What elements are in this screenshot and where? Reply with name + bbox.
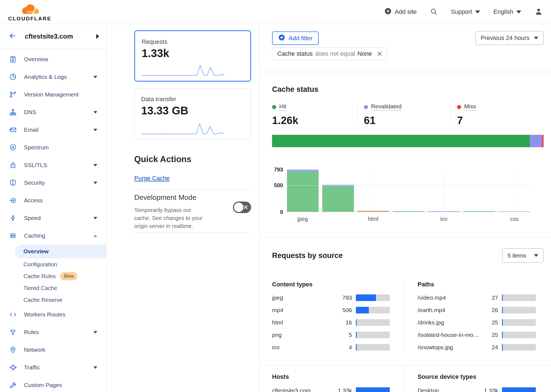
development-mode-section: Development Mode Temporarily bypass our … bbox=[134, 193, 251, 230]
row-label: ico bbox=[272, 344, 349, 351]
add-filter-label: Add filter bbox=[289, 35, 313, 42]
sidebar-item-network[interactable]: Network bbox=[0, 341, 106, 359]
search-button[interactable] bbox=[430, 8, 438, 16]
revalidated-dot-icon bbox=[364, 105, 368, 109]
sidebar-item-dns[interactable]: DNS bbox=[0, 103, 106, 121]
site-header: cftestsite3.com bbox=[0, 24, 106, 49]
sidebar-item-spectrum[interactable]: Spectrum bbox=[0, 139, 106, 156]
sidebar-item-label: Security bbox=[24, 179, 86, 186]
development-mode-title: Development Mode bbox=[134, 193, 208, 202]
requests-by-source-card: Requests by source 5 items Content types… bbox=[259, 237, 551, 392]
purge-cache-link[interactable]: Purge Cache bbox=[134, 175, 170, 182]
sidebar-item-label: Spectrum bbox=[24, 144, 97, 151]
legend-label[interactable]: Revalidated bbox=[371, 103, 402, 111]
section-gap bbox=[259, 70, 551, 74]
sidebar-subitem-overview[interactable]: Overview bbox=[15, 245, 106, 258]
chevron-down-icon bbox=[534, 37, 538, 39]
time-range-dropdown[interactable]: Previous 24 hours bbox=[475, 31, 544, 45]
row-label: png bbox=[272, 332, 349, 338]
row-bar bbox=[356, 387, 390, 392]
analytics-panel: Add filter Cache status does not equal N… bbox=[259, 24, 551, 392]
items-count-dropdown[interactable]: 5 items bbox=[502, 248, 544, 263]
sidebar-subitem-configuration[interactable]: Configuration bbox=[0, 258, 106, 270]
row-bar bbox=[356, 344, 390, 351]
sidebar-item-access[interactable]: Access bbox=[0, 192, 106, 209]
table-row: /drinks.jpg 25 bbox=[418, 316, 536, 329]
legend-value: 7 bbox=[457, 115, 544, 127]
sidebar-item-overview[interactable]: Overview bbox=[0, 50, 106, 68]
time-range-label: Previous 24 hours bbox=[481, 34, 530, 42]
sidebar: cftestsite3.com Overview Analytics & Log… bbox=[0, 24, 107, 392]
chevron-right-icon[interactable] bbox=[96, 34, 99, 39]
miss-dot-icon bbox=[457, 105, 461, 109]
sidebar-item-email[interactable]: Email bbox=[0, 121, 106, 139]
x-tick-html: html bbox=[368, 216, 378, 222]
close-icon[interactable] bbox=[377, 51, 383, 57]
row-value: 25 bbox=[492, 332, 498, 338]
device-types-table: Source device types Desktop 1.33k bbox=[404, 365, 551, 392]
legend-label[interactable]: Hit bbox=[279, 103, 286, 111]
metric-value: 1.33k bbox=[142, 47, 244, 60]
wrench-icon bbox=[9, 381, 17, 389]
row-value: 26 bbox=[492, 307, 498, 313]
gridline-500 bbox=[287, 185, 530, 186]
requests-metric-card[interactable]: Requests 1.33k bbox=[134, 30, 251, 82]
y-tick-500: 500 bbox=[274, 182, 283, 189]
sidebar-item-analytics-logs[interactable]: Analytics & Logs bbox=[0, 68, 106, 86]
content-type-chart: 793 500 0 bbox=[272, 170, 544, 212]
x-tick-ico: ico bbox=[440, 216, 447, 222]
revalidated-segment bbox=[530, 135, 542, 147]
sidebar-subitem-cache-rules[interactable]: Cache Rules Beta bbox=[0, 270, 106, 282]
chevron-up-icon bbox=[93, 235, 97, 237]
sidebar-item-caching[interactable]: Caching bbox=[0, 227, 106, 245]
content-type-chart-plot bbox=[287, 170, 530, 212]
summary-column: Requests 1.33k Data transfer 13.33 GB Qu… bbox=[107, 24, 259, 392]
language-menu[interactable]: English bbox=[493, 8, 521, 15]
table-title: Paths bbox=[418, 281, 536, 288]
filter-value: None bbox=[358, 50, 372, 57]
funnel-icon bbox=[9, 328, 17, 336]
back-arrow-icon[interactable] bbox=[8, 31, 17, 41]
sidebar-subitem-cache-reserve[interactable]: Cache Reserve bbox=[0, 294, 106, 306]
legend-value: 61 bbox=[364, 115, 450, 127]
account-menu[interactable] bbox=[534, 7, 543, 17]
sidebar-subitem-label: Configuration bbox=[23, 261, 57, 268]
cloudflare-logo[interactable]: CLOUDFLARE bbox=[7, 2, 53, 22]
navbar-actions: Add site Support English bbox=[384, 7, 543, 17]
divider bbox=[134, 232, 251, 233]
sidebar-item-rules[interactable]: Rules bbox=[0, 323, 106, 341]
chart-bar-jpeg bbox=[287, 170, 319, 212]
row-label: jpeg bbox=[272, 294, 342, 301]
cache-status-distribution-bar bbox=[272, 135, 544, 147]
main-layout: cftestsite3.com Overview Analytics & Log… bbox=[0, 24, 551, 392]
legend-label[interactable]: Miss bbox=[464, 103, 476, 111]
row-bar bbox=[502, 332, 536, 338]
add-site-button[interactable]: Add site bbox=[384, 7, 417, 17]
row-value: 793 bbox=[342, 294, 352, 301]
divider bbox=[134, 189, 251, 189]
sidebar-subitem-label: Cache Reserve bbox=[23, 297, 62, 303]
hosts-section: Hosts cftestsite3.com 1.33k Source devic… bbox=[259, 365, 551, 392]
sidebar-subitem-tiered-cache[interactable]: Tiered Cache bbox=[0, 282, 106, 294]
sidebar-item-ssl-tls[interactable]: SSL/TLS bbox=[0, 156, 106, 174]
sidebar-item-workers-routes[interactable]: Workers Routes bbox=[0, 306, 106, 323]
filter-chip-cache-status[interactable]: Cache status does not equal None bbox=[272, 47, 387, 60]
sidebar-item-version-management[interactable]: Version Management bbox=[0, 86, 106, 103]
caching-submenu: Overview Configuration Cache Rules Beta … bbox=[0, 245, 106, 306]
sidebar-item-label: Network bbox=[24, 347, 97, 353]
lightning-icon bbox=[9, 214, 17, 222]
table-row: Desktop 1.33k bbox=[418, 384, 536, 392]
section-gap bbox=[259, 233, 551, 237]
sidebar-item-security[interactable]: Security bbox=[0, 174, 106, 192]
access-arrow-icon bbox=[9, 197, 17, 204]
data-transfer-metric-card[interactable]: Data transfer 13.33 GB bbox=[134, 88, 251, 139]
add-filter-button[interactable]: Add filter bbox=[272, 31, 319, 45]
sidebar-item-speed[interactable]: Speed bbox=[0, 209, 106, 227]
development-mode-toggle[interactable] bbox=[233, 202, 251, 213]
sidebar-item-custom-pages[interactable]: Custom Pages bbox=[0, 376, 106, 392]
row-label: /isolated-house-in-mo… bbox=[418, 332, 492, 338]
toggle-x-icon bbox=[243, 204, 249, 211]
sidebar-item-traffic[interactable]: Traffic bbox=[0, 359, 106, 376]
chevron-down-icon bbox=[93, 76, 97, 78]
support-menu[interactable]: Support bbox=[451, 8, 480, 15]
